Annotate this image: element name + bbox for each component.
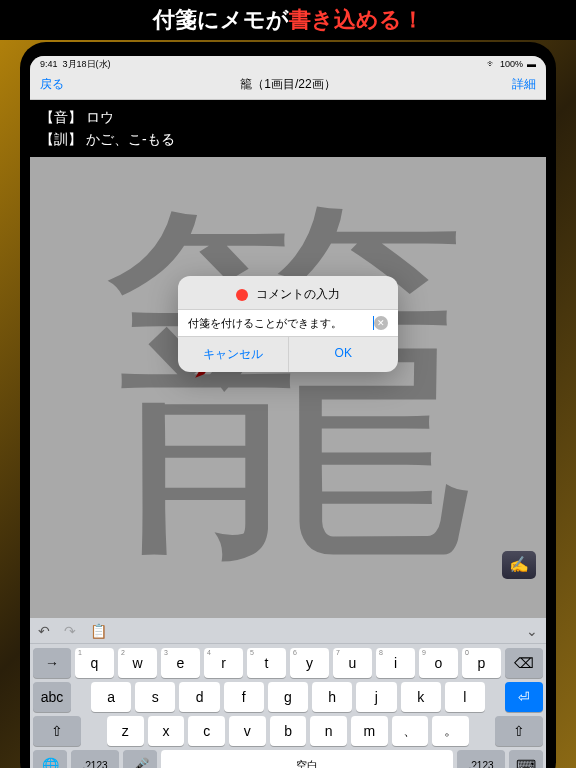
- back-button[interactable]: 戻る: [40, 76, 64, 93]
- page-title: 籠（1画目/22画）: [240, 76, 335, 93]
- key-y[interactable]: y6: [290, 648, 329, 678]
- readings-panel: 【音】 ロウ 【訓】 かご、こ-もる: [30, 100, 546, 157]
- key-t[interactable]: t5: [247, 648, 286, 678]
- key-r[interactable]: r4: [204, 648, 243, 678]
- shift-key-right[interactable]: ⇧: [495, 716, 543, 746]
- hide-keyboard-icon[interactable]: ⌄: [526, 623, 538, 639]
- navigation-bar: 戻る 籠（1画目/22画） 詳細: [30, 70, 546, 100]
- wifi-icon: ᯤ: [487, 59, 496, 69]
- promo-text-1: 付箋にメモが: [153, 7, 289, 32]
- space-key[interactable]: 空白: [161, 750, 453, 768]
- mic-icon: 🎤: [132, 757, 149, 768]
- abc-key[interactable]: abc: [33, 682, 71, 712]
- comment-dialog: コメントの入力 ✕ キャンセル OK: [178, 276, 398, 372]
- comment-input-row[interactable]: ✕: [178, 309, 398, 337]
- promo-text-highlight: 書き込める！: [289, 7, 424, 32]
- key-j[interactable]: j: [356, 682, 396, 712]
- globe-key[interactable]: 🌐: [33, 750, 67, 768]
- key-k[interactable]: k: [401, 682, 441, 712]
- comment-input[interactable]: [188, 317, 373, 329]
- sticky-note-button[interactable]: ✍️: [502, 551, 536, 579]
- dialog-header: コメントの入力: [178, 276, 398, 309]
- backspace-key[interactable]: ⌫: [505, 648, 543, 678]
- key-f[interactable]: f: [224, 682, 264, 712]
- key-g[interactable]: g: [268, 682, 308, 712]
- key-w[interactable]: w2: [118, 648, 157, 678]
- key-z[interactable]: z: [107, 716, 144, 746]
- mic-key[interactable]: 🎤: [123, 750, 157, 768]
- keyboard-toolbar: ↶ ↷ 📋 ⌄: [30, 618, 546, 644]
- status-left: 9:41 3月18日(水): [40, 58, 111, 70]
- screen: 9:41 3月18日(水) ᯤ 100% ▬ 戻る 籠（1画目/22画） 詳細 …: [30, 56, 546, 768]
- redo-icon[interactable]: ↷: [64, 623, 76, 639]
- key-d[interactable]: d: [179, 682, 219, 712]
- undo-icon[interactable]: ↶: [38, 623, 50, 639]
- globe-icon: 🌐: [42, 757, 59, 768]
- enter-key[interactable]: ⏎: [505, 682, 543, 712]
- key-h[interactable]: h: [312, 682, 352, 712]
- key-c[interactable]: c: [188, 716, 225, 746]
- hide-keyboard-key[interactable]: ⌨: [509, 750, 543, 768]
- kanji-guide: 籠: [30, 177, 546, 587]
- key-l[interactable]: l: [445, 682, 485, 712]
- key-v[interactable]: v: [229, 716, 266, 746]
- key-x[interactable]: x: [148, 716, 185, 746]
- key-period[interactable]: 。: [432, 716, 469, 746]
- ok-button[interactable]: OK: [289, 337, 399, 372]
- status-bar: 9:41 3月18日(水) ᯤ 100% ▬: [30, 56, 546, 70]
- keyboard-rows: →q1w2e3r4t5y6u7i8o9p0⌫ abcasdfghjkl⏎ ⇧zx…: [30, 644, 546, 768]
- key-n[interactable]: n: [310, 716, 347, 746]
- key-b[interactable]: b: [270, 716, 307, 746]
- tablet-frame: 9:41 3月18日(水) ᯤ 100% ▬ 戻る 籠（1画目/22画） 詳細 …: [20, 42, 556, 768]
- key-p[interactable]: p0: [462, 648, 501, 678]
- status-date: 3月18日(水): [63, 59, 111, 69]
- status-time: 9:41: [40, 59, 58, 69]
- key-i[interactable]: i8: [376, 648, 415, 678]
- key-comma[interactable]: 、: [392, 716, 429, 746]
- battery-percent: 100%: [500, 59, 523, 69]
- promo-banner: 付箋にメモが書き込める！: [0, 0, 576, 40]
- num-key-right[interactable]: .?123: [457, 750, 505, 768]
- battery-icon: ▬: [527, 59, 536, 69]
- status-right: ᯤ 100% ▬: [487, 58, 536, 70]
- key-e[interactable]: e3: [161, 648, 200, 678]
- on-reading: 【音】 ロウ: [40, 106, 536, 128]
- dialog-title: コメントの入力: [256, 286, 340, 303]
- num-key[interactable]: .?123: [71, 750, 119, 768]
- keyboard: ↶ ↷ 📋 ⌄ →q1w2e3r4t5y6u7i8o9p0⌫ abcasdfgh…: [30, 618, 546, 768]
- keyboard-hide-icon: ⌨: [516, 757, 536, 768]
- paste-icon[interactable]: 📋: [90, 623, 107, 639]
- cancel-button[interactable]: キャンセル: [178, 337, 289, 372]
- kun-reading: 【訓】 かご、こ-もる: [40, 128, 536, 150]
- key-q[interactable]: q1: [75, 648, 114, 678]
- shift-key[interactable]: ⇧: [33, 716, 81, 746]
- dialog-actions: キャンセル OK: [178, 337, 398, 372]
- key-m[interactable]: m: [351, 716, 388, 746]
- key-s[interactable]: s: [135, 682, 175, 712]
- clear-input-button[interactable]: ✕: [374, 316, 388, 330]
- key-o[interactable]: o9: [419, 648, 458, 678]
- red-dot-icon: [236, 289, 248, 301]
- key-a[interactable]: a: [91, 682, 131, 712]
- detail-button[interactable]: 詳細: [512, 76, 536, 93]
- key-u[interactable]: u7: [333, 648, 372, 678]
- tab-key[interactable]: →: [33, 648, 71, 678]
